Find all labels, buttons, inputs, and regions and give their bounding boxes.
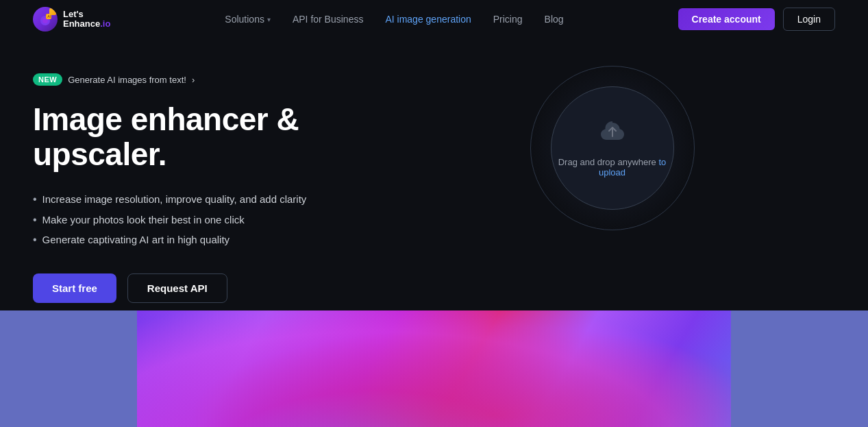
upload-circle-outer[interactable]: Drag and drop anywhere to upload	[530, 66, 695, 230]
nav-link-api[interactable]: API for Business	[293, 14, 364, 25]
hero-content: NEW Generate AI images from text! › Imag…	[33, 66, 389, 303]
nav-item-solutions[interactable]: Solutions ▾	[225, 14, 271, 25]
navbar: AI Let's Enhance.io Solutions ▾ API for …	[0, 0, 868, 38]
nav-link-blog[interactable]: Blog	[545, 14, 564, 25]
logo-icon: AI	[33, 7, 58, 32]
badge-text: Generate AI images from text!	[68, 75, 186, 85]
upload-circle-inner[interactable]: Drag and drop anywhere to upload	[551, 86, 674, 210]
bottom-right-strip	[731, 310, 868, 427]
hero-title: Image enhancer & upscaler.	[33, 102, 389, 171]
bottom-left-strip	[0, 310, 137, 427]
nav-item-ai-generation[interactable]: AI image generation	[385, 14, 471, 25]
feature-3: Generate captivating AI art in high qual…	[33, 231, 389, 249]
upload-cloud-icon	[599, 119, 626, 149]
logo-text: Let's Enhance.io	[63, 10, 110, 29]
login-button[interactable]: Login	[783, 8, 835, 31]
nav-link-pricing[interactable]: Pricing	[493, 14, 523, 25]
nav-item-blog[interactable]: Blog	[545, 14, 564, 25]
bottom-decorative	[0, 310, 868, 427]
start-free-button[interactable]: Start free	[33, 273, 116, 303]
feature-2: Make your photos look their best in one …	[33, 211, 389, 229]
hero-upload-area: Drag and drop anywhere to upload	[389, 66, 835, 230]
nav-links: Solutions ▾ API for Business AI image ge…	[225, 14, 563, 25]
request-api-button[interactable]: Request API	[127, 273, 227, 303]
svg-text:AI: AI	[47, 14, 51, 19]
nav-actions: Create account Login	[678, 8, 835, 31]
hero-buttons: Start free Request API	[33, 273, 389, 303]
bottom-center-image	[137, 310, 731, 427]
nav-item-pricing[interactable]: Pricing	[493, 14, 523, 25]
nav-item-api[interactable]: API for Business	[293, 14, 364, 25]
hero-features: Increase image resolution, improve quali…	[33, 191, 389, 249]
new-badge: NEW Generate AI images from text! ›	[33, 73, 195, 86]
feature-1: Increase image resolution, improve quali…	[33, 191, 389, 208]
new-label: NEW	[33, 73, 62, 86]
chevron-down-icon: ▾	[267, 16, 271, 23]
badge-arrow-icon: ›	[192, 75, 195, 85]
hero-section: NEW Generate AI images from text! › Imag…	[0, 38, 868, 326]
nav-link-ai-generation[interactable]: AI image generation	[385, 14, 471, 25]
create-account-button[interactable]: Create account	[678, 8, 775, 30]
logo[interactable]: AI Let's Enhance.io	[33, 7, 110, 32]
nav-link-solutions[interactable]: Solutions ▾	[225, 14, 271, 25]
upload-hint: Drag and drop anywhere to upload	[551, 157, 673, 178]
